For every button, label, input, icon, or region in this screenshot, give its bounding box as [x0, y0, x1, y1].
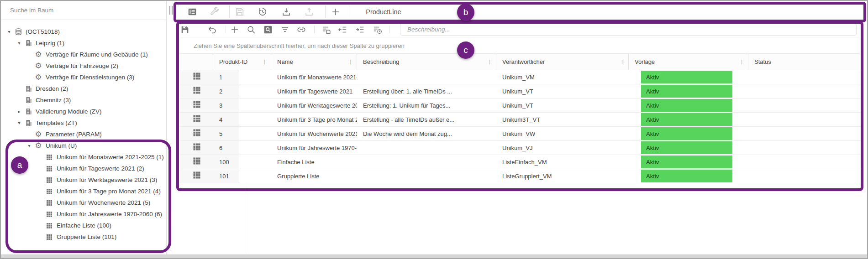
description-filter-input[interactable]: Beschreibung...: [400, 23, 857, 36]
tree-item[interactable]: Chemnitz (3): [1, 94, 166, 106]
tree-item[interactable]: Unikum für Werktageswerte 2021 (3): [1, 174, 166, 186]
table-row[interactable]: 6Unikum für Jahreswerte 1970-2...Unikum_…: [180, 141, 862, 155]
grid-header-verantwortlicher[interactable]: Verantwortlicher⋮: [496, 54, 629, 70]
horizontal-scrollbar-track[interactable]: [1, 254, 867, 258]
grid-header-status[interactable]: Status: [748, 54, 862, 70]
tree-search-field[interactable]: Suche im Baum: [1, 1, 166, 20]
cell-name: Unikum für Wochenwerte 2021: [271, 127, 357, 140]
tree-item[interactable]: ⚙Verträge für Dienstleistungen (3): [1, 72, 166, 83]
wrench-button: [208, 5, 221, 19]
table-row[interactable]: 5Unikum für Wochenwerte 2021Die Woche wi…: [180, 127, 862, 141]
tree-item[interactable]: Unikum für Monatswerte 2021-2025 (1): [1, 151, 166, 163]
tree-item-label: Chemnitz (3): [33, 97, 71, 104]
vorlage-status-badge: Aktiv: [641, 85, 732, 98]
tree-item[interactable]: ▾Templates (ZT): [1, 117, 166, 129]
vorlage-status-badge: Aktiv: [641, 141, 732, 154]
row-drag-handle-icon[interactable]: [192, 171, 201, 181]
download-button[interactable]: [279, 5, 293, 19]
tree-item[interactable]: Dresden (2): [1, 83, 166, 94]
tree-item[interactable]: Unikum für Tageswerte 2021 (2): [1, 163, 166, 174]
tree-item[interactable]: ⚙Verträge für Fahrzeuge (2): [1, 60, 166, 72]
table-row[interactable]: 101Gruppierte ListeListeGruppiert_VMAkti…: [180, 169, 862, 183]
tree-item-label: Verträge für Dienstleistungen (3): [43, 74, 134, 81]
cell-verantwortlicher: Unikum_VT: [496, 84, 629, 98]
tree-item[interactable]: Unikum für Wochenwerte 2021 (5): [1, 197, 166, 208]
tree-item[interactable]: ⚙Parameter (PARAM): [1, 129, 166, 140]
cell-verantwortlicher: ListeGruppiert_VM: [496, 169, 629, 183]
column-menu-icon[interactable]: ⋮: [619, 61, 625, 63]
column-menu-icon[interactable]: ⋮: [739, 61, 745, 63]
table-row[interactable]: 1Unikum für Monatswerte 2021-2...Unikum_…: [180, 70, 862, 84]
row-drag-handle-icon[interactable]: [192, 72, 201, 83]
table-row[interactable]: 4Unikum für 3 Tage pro Monat 20...Erstel…: [180, 113, 862, 127]
table-row[interactable]: 2Unikum für Tageswerte 2021Erstellung üb…: [180, 84, 862, 98]
row-drag-handle-icon[interactable]: [192, 114, 201, 125]
tree-item[interactable]: Gruppierte Liste (101): [1, 231, 166, 243]
grid-header-name[interactable]: Name⋮: [271, 54, 357, 70]
grid-header-vorlage[interactable]: Vorlage⋮: [629, 54, 748, 70]
cell-status: [748, 98, 862, 112]
building-icon: [24, 85, 33, 93]
link-button[interactable]: [295, 23, 308, 36]
reset-layout-button[interactable]: [371, 23, 384, 36]
group-by-hint: Ziehen Sie eine Spaltenüberschrift hierh…: [194, 42, 405, 49]
chevron-expanded-icon[interactable]: ▾: [25, 143, 34, 148]
tree-item[interactable]: ▸Validierung Module (ZV): [1, 106, 166, 117]
tree-item[interactable]: ▾(OCT51018): [1, 26, 166, 37]
chevron-collapsed-icon[interactable]: ▸: [15, 109, 24, 114]
column-title: Produkt-ID: [219, 58, 247, 65]
column-menu-icon[interactable]: ⋮: [262, 61, 268, 63]
tree-item[interactable]: ▾Leipzig (1): [1, 37, 166, 49]
row-drag-handle-icon[interactable]: [192, 86, 201, 97]
tree-search-placeholder: Suche im Baum: [10, 7, 53, 14]
vorlage-status-badge: Aktiv: [641, 155, 732, 168]
save-layout-button[interactable]: [320, 23, 333, 36]
cell-produkt-id: 6: [213, 141, 241, 155]
grid-header-row: Produkt-ID⋮Name⋮Beschreibung⋮Verantwortl…: [180, 54, 862, 70]
row-drag-handle-icon[interactable]: [192, 100, 201, 111]
add-button[interactable]: [329, 5, 342, 19]
table-row[interactable]: 3Unikum für Werktageswerte 2021Erstellun…: [180, 98, 862, 113]
collapse-columns-button[interactable]: [336, 23, 349, 36]
chevron-expanded-icon[interactable]: ▾: [15, 41, 24, 46]
tree-item[interactable]: Unikum für 3 Tage pro Monat 2021 (4): [1, 186, 166, 197]
group-by-dropzone[interactable]: Ziehen Sie eine Spaltenüberschrift hierh…: [180, 37, 860, 54]
undo-button[interactable]: [205, 23, 219, 36]
tree-item[interactable]: ⚙Verträge für Räume und Gebäude (1): [1, 49, 166, 60]
chevron-expanded-icon[interactable]: ▾: [5, 29, 14, 34]
row-drag-handle-icon[interactable]: [192, 128, 201, 139]
search-button[interactable]: [244, 23, 258, 36]
column-menu-icon[interactable]: ⋮: [347, 61, 353, 63]
add-button[interactable]: [228, 23, 242, 36]
filter-button[interactable]: [278, 23, 292, 36]
save-filled-button[interactable]: [178, 23, 192, 36]
tree-item-label: Unikum für Monatswerte 2021-2025 (1): [54, 154, 164, 161]
restore-history-button[interactable]: [256, 5, 269, 19]
row-drag-handle-icon[interactable]: [192, 142, 201, 153]
tree-item-label: Validierung Module (ZV): [33, 108, 102, 115]
toolbar-separator: [314, 26, 315, 33]
search-box-button[interactable]: [261, 23, 275, 36]
tree-item[interactable]: Einfache Liste (100): [1, 220, 166, 231]
column-title: Name: [277, 58, 293, 65]
toolbar-separator: [229, 5, 230, 18]
tree-item-label: Unikum für Werktageswerte 2021 (3): [54, 176, 157, 183]
toolbar-separator: [349, 5, 349, 18]
tree-item[interactable]: Unikum für Jahreswerte 1970-2060 (6): [1, 208, 166, 220]
tree-item[interactable]: ▾⚙Unikum (U): [1, 140, 166, 151]
tab-productline[interactable]: ProductLine: [356, 2, 411, 22]
column-menu-icon[interactable]: ⋮: [487, 61, 493, 63]
cell-beschreibung: Erstellung: 1. Unikum für Tages...: [357, 98, 496, 112]
grid-icon: [45, 188, 54, 195]
grid-header-beschreibung[interactable]: Beschreibung⋮: [357, 54, 496, 70]
panel-splitter-handle[interactable]: [169, 6, 173, 15]
tree-item-label: Parameter (PARAM): [43, 131, 102, 138]
grid-header-produkt_id[interactable]: Produkt-ID⋮: [213, 54, 271, 70]
chevron-expanded-icon[interactable]: ▾: [15, 120, 24, 125]
column-title: Beschreibung: [363, 58, 400, 65]
expand-columns-button[interactable]: [353, 23, 367, 36]
properties-panel-button[interactable]: [185, 5, 199, 19]
table-row[interactable]: 100Einfache ListeListeEinfach_VMAktiv: [180, 155, 862, 169]
row-drag-handle-icon[interactable]: [192, 156, 201, 167]
active-tab-indicator: [356, 20, 411, 21]
